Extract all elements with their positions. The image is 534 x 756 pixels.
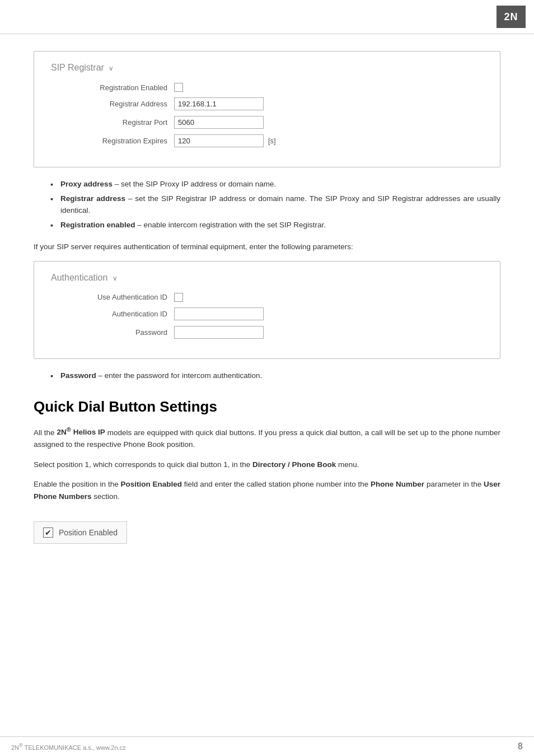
authentication-panel: Authentication ∨ Use Authentication ID A… [34,261,500,359]
quick-dial-para2: Select position 1, which corresponds to … [34,459,500,471]
registrar-port-row: Registrar Port [51,116,483,129]
registrar-address-label: Registrar Address [51,100,174,108]
bullet-registrar-text: – set the SIP Registrar IP address or do… [60,194,500,214]
bullet-item-reg-enabled: Registration enabled – enable intercom r… [50,220,500,231]
bullet-item-registrar: Registrar address – set the SIP Registra… [50,193,500,216]
registrar-address-input[interactable] [174,97,264,110]
sip-registrar-chevron[interactable]: ∨ [109,64,114,72]
brand-sup: ® [67,426,71,433]
registration-enabled-label: Registration Enabled [51,83,174,92]
logo-text: 2N [504,11,518,23]
registration-enabled-checkbox[interactable] [174,83,183,92]
registration-expires-row: Registration Expires [s] [51,134,483,147]
bullet-reg-enabled-bold: Registration enabled [60,221,135,229]
auth-id-input[interactable] [174,307,264,320]
quick-dial-heading: Quick Dial Button Settings [34,398,500,416]
directory-book-bold: Directory / Phone Book [252,460,336,469]
logo: 2N [496,6,526,28]
bullet-proxy-bold: Proxy address [60,180,113,188]
para-auth-intro: If your SIP server requires authenticati… [34,241,500,253]
phone-number-bold: Phone Number [371,480,424,488]
brand-name: 2N® Helios IP [57,428,105,436]
auth-id-row: Authentication ID [51,307,483,320]
bullet-list-1: Proxy address – set the SIP Proxy IP add… [50,179,500,231]
sip-registrar-panel: SIP Registrar ∨ Registration Enabled Reg… [34,51,500,167]
registration-expires-input[interactable] [174,134,264,147]
auth-panel-title: Authentication ∨ [51,273,483,283]
header: 2N [0,0,534,34]
password-input[interactable] [174,326,264,339]
sip-registrar-title: SIP Registrar ∨ [51,63,483,73]
use-auth-id-row: Use Authentication ID [51,293,483,302]
bullet-proxy-text: – set the SIP Proxy IP address or domain… [115,180,276,188]
position-enabled-checkbox[interactable]: ✔ [43,528,53,538]
user-phone-bold: User Phone Numbers [34,480,500,501]
auth-id-label: Authentication ID [51,310,174,318]
bullet-password-text: – enter the password for intercom authen… [99,371,263,380]
registration-expires-label: Registration Expires [51,137,174,145]
password-row: Password [51,326,483,339]
bullet-item-proxy: Proxy address – set the SIP Proxy IP add… [50,179,500,190]
password-label: Password [51,328,174,337]
registrar-port-label: Registrar Port [51,118,174,127]
registration-enabled-row: Registration Enabled [51,83,483,92]
position-enabled-box: ✔ Position Enabled [34,521,127,544]
auth-panel-chevron[interactable]: ∨ [113,274,118,282]
bullet-list-2: Password – enter the password for interc… [50,370,500,381]
bullet-reg-enabled-text: – enable intercom registration with the … [137,221,326,229]
footer: 2N® TELEKOMUNIKACE a.s., www.2n.cz 8 [0,736,534,756]
main-content: SIP Registrar ∨ Registration Enabled Reg… [0,34,534,572]
expires-unit: [s] [268,137,276,145]
quick-dial-para3: Enable the position in the Position Enab… [34,478,500,502]
use-auth-id-label: Use Authentication ID [51,293,174,301]
bullet-item-password: Password – enter the password for interc… [50,370,500,381]
bullet-password-bold: Password [60,371,96,380]
footer-page-number: 8 [518,741,523,752]
footer-left-text: 2N® TELEKOMUNIKACE a.s., www.2n.cz [11,743,126,751]
position-enabled-label: Position Enabled [59,528,118,537]
quick-dial-para1: All the 2N® Helios IP models are equippe… [34,424,500,451]
position-enabled-bold: Position Enabled [120,480,182,488]
registrar-address-row: Registrar Address [51,97,483,110]
registrar-port-input[interactable] [174,116,264,129]
footer-sup: ® [19,743,23,748]
bullet-registrar-bold: Registrar address [60,194,125,203]
use-auth-id-checkbox[interactable] [174,293,183,302]
